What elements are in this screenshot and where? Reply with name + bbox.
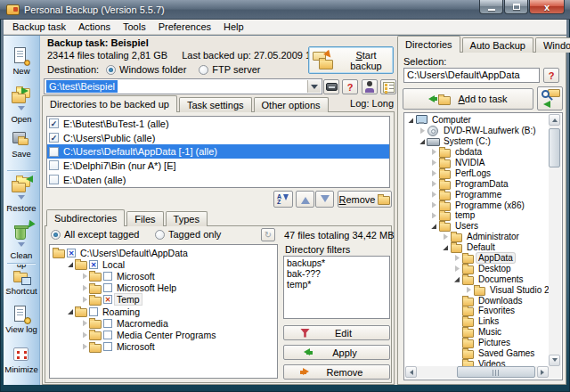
tree-item[interactable]: Desktop (405, 263, 549, 274)
tab-directories[interactable]: Directories (397, 36, 460, 53)
scroll-up-button[interactable] (549, 114, 560, 126)
expand-closed-icon[interactable] (81, 272, 89, 280)
expand-closed-icon[interactable] (430, 191, 438, 199)
tree-item[interactable]: temp (405, 210, 549, 221)
menu-tools[interactable]: Tools (117, 20, 152, 33)
tree-item[interactable]: cbdata (405, 147, 549, 158)
tree-item[interactable]: Administrator (405, 232, 549, 242)
target-path-combobox[interactable]: G:\test\Beispiel (44, 78, 322, 94)
expand-closed-icon[interactable] (430, 201, 438, 209)
tag-checkbox-icon[interactable]: ✕ (103, 295, 112, 304)
tree-item[interactable]: ✕Local (51, 258, 277, 270)
scroll-right-button[interactable] (537, 366, 549, 378)
remove-directory-button[interactable]: Remove (338, 191, 392, 208)
expand-open-icon[interactable] (67, 260, 75, 268)
sidebar-button-restore[interactable]: Restore (4, 175, 38, 213)
directory-row[interactable]: ✓C:\Users\Public (alle) (47, 131, 389, 145)
tree-item[interactable]: Roaming (51, 306, 277, 317)
directory-row[interactable]: E:\Delphi7\Bin (nur A*) [E] (47, 159, 389, 173)
sidebar-button-view-log[interactable]: View log (4, 305, 38, 334)
tag-checkbox-icon[interactable] (103, 283, 112, 292)
tag-checkbox-icon[interactable]: ✕ (67, 249, 76, 257)
expand-closed-icon[interactable] (81, 331, 89, 339)
expand-closed-icon[interactable] (465, 286, 473, 294)
tree-item[interactable]: AppData (405, 253, 549, 264)
filter-item[interactable]: bak-??? (287, 268, 387, 279)
checkbox-icon[interactable] (49, 147, 59, 157)
tab-auto-backup[interactable]: Auto Backup (462, 37, 533, 53)
tree-item[interactable]: Favorites (405, 306, 549, 316)
expand-open-icon[interactable] (453, 275, 461, 283)
expand-open-icon[interactable] (407, 116, 415, 124)
tree-item[interactable]: Visual Studio 200 (405, 284, 549, 295)
tree-item[interactable]: NVIDIA (405, 158, 549, 168)
tag-checkbox-icon[interactable] (103, 319, 112, 328)
title-bar[interactable]: Personal Backup (Version 5.5.7) x (0, 0, 570, 20)
tree-item[interactable]: Microsoft (51, 341, 277, 353)
sort-button[interactable]: AZ (273, 191, 293, 208)
sidebar-button-save[interactable]: Save (4, 129, 38, 159)
filter-item[interactable]: temp* (287, 279, 387, 290)
help-button[interactable]: ? (342, 79, 358, 94)
combo-dropdown-icon[interactable] (307, 80, 321, 93)
expand-closed-icon[interactable] (430, 180, 438, 188)
tree-item[interactable]: Microsoft Help (51, 282, 277, 294)
sidebar-button-minimize[interactable]: Minimize (4, 345, 38, 374)
tab-types[interactable]: Types (166, 211, 208, 226)
expand-closed-icon[interactable] (430, 169, 438, 177)
display-path-button[interactable] (323, 79, 339, 94)
tree-item[interactable]: Documents (405, 274, 549, 284)
tree-item[interactable]: Computer (405, 115, 549, 126)
tree-item[interactable]: Default (405, 242, 549, 253)
tree-item[interactable]: Downloads (405, 295, 549, 306)
expand-closed-icon[interactable] (419, 127, 427, 135)
expand-open-icon[interactable] (419, 137, 427, 145)
expand-closed-icon[interactable] (81, 319, 89, 327)
window-maximize-button[interactable] (504, 0, 528, 14)
tab-subdirectories[interactable]: Subdirectories (46, 209, 125, 226)
tree-item[interactable]: Programme (x86) (405, 200, 549, 210)
filter-mode-tagged-only[interactable]: Tagged only (155, 229, 221, 240)
expand-closed-icon[interactable] (453, 254, 461, 262)
expand-closed-icon[interactable] (430, 159, 438, 167)
directory-filter-list[interactable]: backups*bak-???temp* (283, 256, 390, 319)
menu-backup-task[interactable]: Backup task (6, 20, 72, 33)
horizontal-scroll-thumb[interactable] (457, 366, 535, 378)
tab-task-settings[interactable]: Task settings (179, 97, 252, 112)
horizontal-scrollbar[interactable] (405, 366, 549, 379)
tag-checkbox-icon[interactable] (89, 307, 98, 316)
tag-checkbox-icon[interactable] (103, 272, 112, 281)
destination-option-windows-folder[interactable]: Windows folder (106, 64, 186, 75)
tag-checkbox-icon[interactable]: ✕ (89, 260, 98, 269)
tree-item[interactable]: Saved Games (405, 348, 549, 359)
expand-closed-icon[interactable] (430, 211, 438, 219)
scroll-down-button[interactable] (549, 355, 560, 366)
checkbox-icon[interactable] (49, 160, 59, 170)
sidebar-button-shortcut[interactable]: Shortcut (4, 266, 38, 296)
tree-item[interactable]: System (C:) (405, 136, 549, 147)
tag-checkbox-icon[interactable] (103, 342, 112, 351)
sidebar-button-new[interactable]: New (4, 46, 38, 76)
menu-help[interactable]: Help (217, 20, 250, 33)
tree-item[interactable]: Videos (405, 358, 549, 366)
apply-filter-button[interactable]: Apply (283, 345, 390, 360)
vertical-scrollbar[interactable] (549, 114, 561, 366)
edit-filter-button[interactable]: Edit (283, 325, 390, 340)
scroll-left-button[interactable] (405, 366, 417, 378)
move-down-button[interactable] (315, 191, 334, 208)
vertical-scroll-thumb[interactable] (549, 128, 560, 167)
filter-mode-all-except-tagged[interactable]: All except tagged (51, 229, 139, 240)
tree-item[interactable]: PerfLogs (405, 167, 549, 178)
tree-item[interactable]: Music (405, 327, 549, 338)
tab-other-options[interactable]: Other options (254, 97, 329, 112)
checkbox-icon[interactable]: ✓ (49, 118, 59, 128)
expand-closed-icon[interactable] (453, 265, 461, 273)
tree-item[interactable]: ProgramData (405, 178, 549, 189)
tree-item[interactable]: DVD-RW-Laufwerk (B:) (405, 126, 549, 136)
tree-item[interactable]: Microsoft (51, 270, 277, 282)
expand-closed-icon[interactable] (81, 296, 89, 304)
tree-item[interactable]: Media Center Programs (51, 329, 277, 340)
tree-item[interactable]: Links (405, 316, 549, 327)
tree-item[interactable]: Pictures (405, 338, 549, 348)
window-minimize-button[interactable] (479, 0, 503, 14)
